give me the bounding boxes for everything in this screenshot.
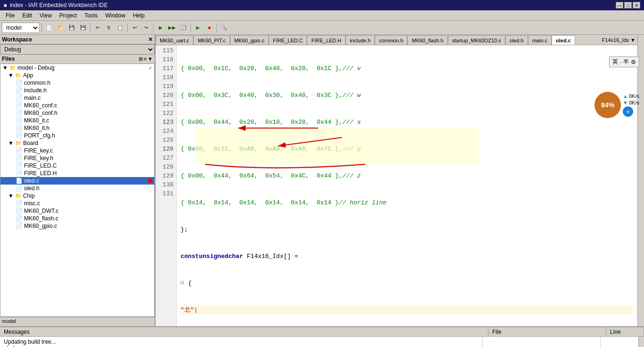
ime-button-dot[interactable]: · [620,59,621,65]
menu-project[interactable]: Project [56,11,81,20]
redo-button[interactable]: ↪ [141,23,151,33]
debug-select[interactable]: Debug [0,44,155,55]
network-speeds: ▲ 0K/s ▼ 0K/s + [623,93,639,117]
tree-file-oled-h[interactable]: 📄 oled.h [0,185,154,192]
linenum-131: 131 [156,189,173,198]
tree-root[interactable]: ▼ 📁 model - Debug ✓ [0,64,154,72]
network-widget-container: 84% ▲ 0K/s ▼ 0K/s + [594,92,639,118]
tree-file-mk60conf-h[interactable]: 📄 MK60_conf.h [0,109,154,117]
linenum-129: 129 [156,171,173,180]
code-content[interactable]: { 0x00, 0x1C, 0x20, 0x40, 0x20, 0x1C }, … [177,45,637,326]
file-icon: 📄 [16,208,23,214]
tree-file-portcfg-h[interactable]: 📄 PORT_cfg.h [0,132,154,139]
tree-chip-label: Chip [23,193,35,199]
new-file-button[interactable]: 📄 [44,23,54,33]
tree-file-common-h[interactable]: 📄 common.h [0,79,154,87]
open-file-button[interactable]: 📂 [55,23,66,33]
find-button[interactable]: 🔍 [219,23,229,33]
stop-button[interactable]: ■ [204,23,215,33]
tab-commonh[interactable]: common.h [375,35,407,45]
cut-button[interactable]: ✂ [92,23,103,33]
tab-mk60uart[interactable]: MK60_uart.c [156,35,193,45]
tab-mk60flash[interactable]: MK60_flash.h [407,35,447,45]
tree-file-firekey-h[interactable]: 📄 FIRE_key.h [0,154,154,162]
tree-file-label: PORT_cfg.h [24,132,55,139]
tab-includeh[interactable]: include.h [346,35,375,45]
titlebar: ■ index - IAR Embedded Workbench IDE — □… [0,0,644,10]
file-icon: 📄 [16,155,23,161]
undo-button[interactable]: ↩ [130,23,140,33]
linenum-123: 123 [156,118,173,127]
ime-button-half[interactable]: 半 [623,58,629,66]
build-button[interactable]: ▶▶ [167,23,177,33]
workspace-label: Workspace [2,36,32,43]
menu-edit[interactable]: Edit [18,11,36,20]
tab-oledc[interactable]: oled.c [552,35,575,45]
tree-file-mk60it-h[interactable]: 📄 MK60_it.h [0,124,154,132]
ime-settings-button[interactable]: ⚙ [631,59,636,65]
menu-tools[interactable]: Tools [81,11,101,20]
workspace-close-button[interactable]: ✕ [148,36,153,43]
toolbar-dropdown[interactable]: model [2,23,40,33]
tree-board-folder[interactable]: ▼ 📁 Board [0,139,154,147]
menu-window[interactable]: Window [101,11,129,20]
network-button[interactable]: + [623,106,633,117]
tab-mk60gpio[interactable]: MK60_gpio.c [230,35,269,45]
compile-button[interactable]: ▶ [156,23,166,33]
tab-startup[interactable]: startup_MK60DZ10.s [448,35,505,45]
tree-file-label: MK60_it.h [24,125,50,131]
tree-file-main-c[interactable]: 📄 main.c [0,94,154,102]
code-editor: 115 116 117 118 119 120 121 122 123 124 … [156,45,637,326]
tab-mk60pit[interactable]: MK60_PIT.c [193,35,230,45]
check-icon: ✓ [149,65,152,71]
breadcrumb[interactable]: F14x16_Idx ▼ [602,37,636,43]
ime-button-en[interactable]: 英 [612,58,618,66]
tree-file-label: misc.c [24,200,40,207]
tree-board-label: Board [23,140,38,146]
tab-scroll-right[interactable]: F14x16_Idx ▼ [600,36,637,44]
tab-mainc[interactable]: main.c [528,35,552,45]
tree-chip-folder[interactable]: ▼ 📁 Chip [0,192,154,200]
messages-scrollbar[interactable] [638,337,644,347]
maximize-button[interactable]: □ [624,2,632,8]
tab-oledh[interactable]: oled.h [505,35,528,45]
toolbar: model 📄 📂 💾 💾 ✂ ⎘ 📋 ↩ ↪ ▶ ▶▶ 🔄 ▶ ■ 🔍 [0,21,644,35]
tree-file-mk60dwt-c[interactable]: 📄 MK60_DWT.c [0,207,154,215]
tree-file-mk60gpio-c[interactable]: 📄 MK60_gpio.c [0,222,154,230]
tree-file-fireled-h[interactable]: 📄 FIRE_LED.H [0,169,154,177]
menu-file[interactable]: File [2,11,18,20]
tab-fireledc[interactable]: FIRE_LED.C [269,35,307,45]
minimize-button[interactable]: — [616,2,623,8]
tree-file-mk60flash-c[interactable]: 📄 MK60_flash.c [0,215,154,222]
right-sidebar [637,35,644,326]
save-button[interactable]: 💾 [66,23,77,33]
paste-button[interactable]: 📋 [115,23,125,33]
linenum-124: 124 [156,127,173,136]
debug-button[interactable]: ▶ [193,23,203,33]
tree-file-mk60it-c[interactable]: 📄 MK60_it.c [0,117,154,124]
tree-file-fireled-c[interactable]: 📄 FIRE_LED.C [0,162,154,169]
code-line-124: "北"| [181,306,634,315]
save-all-button[interactable]: 💾 [78,23,88,33]
files-icon-1[interactable]: ⊞ [139,56,143,62]
files-icon-3[interactable]: ▼ [148,56,153,62]
files-icon-2[interactable]: ≡ [144,56,147,62]
workspace-panel: Workspace ✕ Debug Files ⊞ ≡ ▼ ▼ 📁 mod [0,35,156,326]
msg-col-messages: Messages [0,328,488,336]
tree-file-misc-c[interactable]: 📄 misc.c [0,200,154,207]
tree-file-oled-c[interactable]: 📄 oled.c [0,177,154,185]
tab-firledh[interactable]: FIRE_LED.H [307,35,346,45]
code-line-120: { 0x14, 0x14, 0x14, 0x14, 0x14, 0x14 } /… [181,198,634,207]
tree-file-firekey-c[interactable]: 📄 FIRE_key.c [0,147,154,154]
close-button[interactable]: ✕ [633,2,640,8]
menu-view[interactable]: View [36,11,56,20]
messages-content: Updating build tree... oled.c Linking To… [0,337,644,347]
tree-file-include-h[interactable]: 📄 include.h [0,87,154,94]
titlebar-controls[interactable]: — □ ✕ [616,2,640,8]
tree-app-folder[interactable]: ▼ 📁 App [0,72,154,79]
rebuild-button[interactable]: 🔄 [178,23,189,33]
tree-file-mk60conf-c[interactable]: 📄 MK60_conf.c [0,102,154,109]
menu-help[interactable]: Help [129,11,149,20]
folder-icon: 📁 [9,65,16,71]
copy-button[interactable]: ⎘ [104,23,114,33]
